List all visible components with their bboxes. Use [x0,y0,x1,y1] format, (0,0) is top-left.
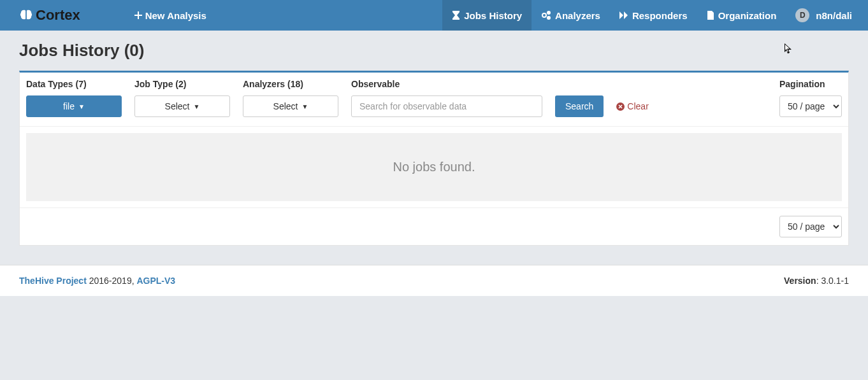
results-area: No jobs found. [20,127,848,208]
nav-organization-label: Organization [718,10,777,21]
page-title: Jobs History (0) [19,41,849,60]
brand-text: Cortex [36,7,80,24]
top-navbar: Cortex New Analysis Jobs History Analyze… [0,0,868,31]
observable-label: Observable [351,79,542,89]
footer-license-link[interactable]: AGPL-V3 [136,276,175,286]
clear-button[interactable]: Clear [616,95,648,117]
footer: TheHive Project 2016-2019, AGPL-V3 Versi… [0,265,868,296]
hourglass-icon [452,11,460,20]
caret-down-icon: ▼ [78,103,85,110]
data-types-value: file [63,101,75,111]
nav-user-menu[interactable]: D n8n/dali [786,0,868,31]
nav-jobs-history[interactable]: Jobs History [442,0,532,31]
brain-icon [19,9,33,22]
clear-label: Clear [627,101,648,111]
new-analysis-label: New Analysis [145,10,206,21]
footer-years: 2016-2019, [87,276,137,286]
avatar-initial: D [800,11,806,20]
footer-version-label: Version [784,276,816,286]
nav-analyzers[interactable]: Analyzers [532,0,610,31]
job-type-label: Job Type (2) [134,79,230,89]
empty-state: No jobs found. [26,133,842,201]
analyzers-filter-label: Analyzers (18) [243,79,338,89]
pagination-label: Pagination [779,79,842,89]
plus-icon [134,11,142,19]
nav-organization[interactable]: Organization [697,0,786,31]
footer-project-link[interactable]: TheHive Project [19,276,87,286]
cogs-icon [541,11,551,20]
new-analysis-button[interactable]: New Analysis [128,0,213,31]
pagination-select-bottom[interactable]: 50 / page [779,216,842,237]
pagination-select-top[interactable]: 50 / page [779,95,842,117]
nav-analyzers-label: Analyzers [555,10,600,21]
job-type-dropdown[interactable]: Select ▼ [134,95,230,117]
data-types-label: Data Types (7) [26,79,122,89]
search-button[interactable]: Search [555,95,604,117]
footer-version-value: : 3.0.1-1 [816,276,849,286]
nav-responders-label: Responders [632,10,688,21]
bottom-bar: 50 / page [20,208,848,245]
document-icon [707,11,714,20]
jobs-panel: Data Types (7) file ▼ Job Type (2) Selec… [19,71,849,246]
data-types-dropdown[interactable]: file ▼ [26,95,122,117]
forward-icon [619,11,628,19]
analyzers-dropdown[interactable]: Select ▼ [243,95,338,117]
observable-input[interactable] [351,95,542,117]
filter-bar: Data Types (7) file ▼ Job Type (2) Selec… [20,73,848,127]
caret-down-icon: ▼ [302,103,308,110]
brand-logo[interactable]: Cortex [19,7,80,24]
avatar: D [795,8,809,22]
nav-responders[interactable]: Responders [610,0,697,31]
caret-down-icon: ▼ [194,103,200,110]
job-type-value: Select [165,101,190,111]
analyzers-value: Select [273,101,298,111]
user-name-label: n8n/dali [816,10,852,21]
times-circle-icon [616,102,625,111]
nav-jobs-history-label: Jobs History [464,10,522,21]
